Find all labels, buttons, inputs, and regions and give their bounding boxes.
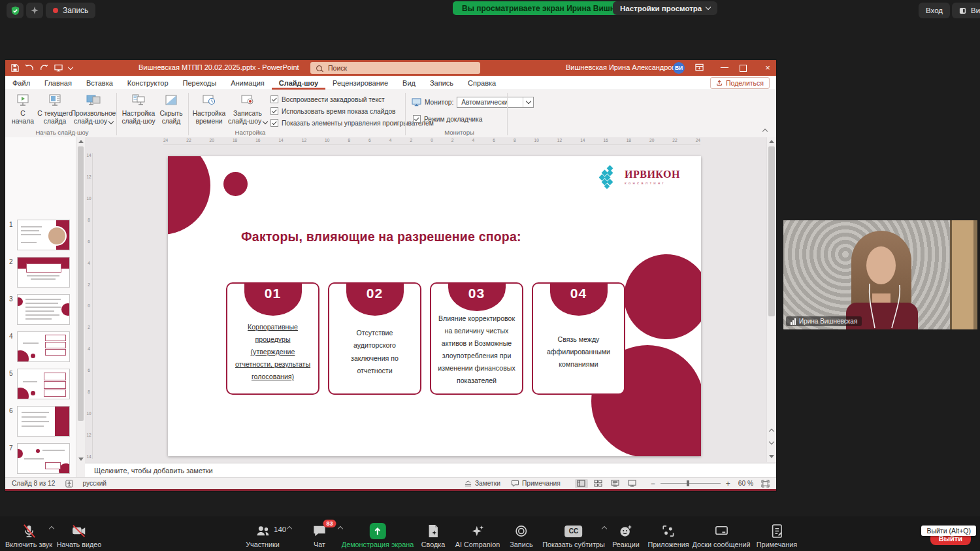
scroll-up-arrow[interactable] — [78, 140, 84, 143]
participants-button[interactable]: 140 Участники — [246, 523, 280, 548]
slide-thumbnail-6[interactable] — [17, 406, 70, 437]
checkbox-checked-icon[interactable] — [270, 107, 278, 115]
canvas-scrollbar[interactable] — [766, 137, 776, 462]
minimize-button[interactable]: — — [715, 63, 734, 72]
zoom-slider-thumb[interactable] — [687, 480, 689, 486]
setup-slideshow-button[interactable]: Настройка слайд-шоу — [120, 93, 157, 125]
next-slide-button[interactable] — [770, 435, 774, 446]
annotations-button[interactable]: Примечания — [757, 523, 797, 548]
timings-checkbox-row[interactable]: Использовать время показа слайдов — [270, 107, 396, 115]
view-settings-button[interactable]: Настройки просмотра — [613, 1, 717, 15]
zoom-in-button[interactable]: + — [726, 479, 730, 488]
summary-button[interactable]: Сводка — [421, 523, 445, 548]
login-button[interactable]: Вход — [919, 3, 950, 18]
slide-editing-area[interactable]: ИРВИКОН консалтинг Факторы, влияющие на … — [168, 156, 701, 456]
tab-transitions[interactable]: Переходы — [176, 77, 224, 90]
captions-chevron-icon[interactable] — [602, 522, 606, 533]
reactions-button[interactable]: Реакции — [612, 523, 640, 548]
zoom-level[interactable]: 60 % — [738, 480, 753, 487]
select-caret-icon[interactable] — [523, 97, 533, 107]
redo-icon[interactable] — [40, 64, 48, 72]
slide-thumbnail-1[interactable] — [17, 220, 70, 250]
zoom-out-button[interactable]: − — [651, 479, 655, 488]
ai-companion-button[interactable]: AI Companion — [455, 523, 500, 548]
security-shield-button[interactable] — [7, 3, 24, 18]
start-video-button[interactable]: Начать видео — [57, 523, 102, 548]
zoom-slider[interactable] — [661, 483, 721, 484]
search-box[interactable] — [310, 62, 480, 74]
checkbox-checked-icon[interactable] — [270, 119, 278, 127]
recording-indicator[interactable]: Запись — [46, 3, 95, 18]
slideshow-quick-icon[interactable] — [54, 64, 63, 72]
rehearse-timings-button[interactable]: Настройка времени — [191, 93, 227, 125]
slide-thumbnail-2[interactable] — [17, 257, 70, 288]
webcam-tile[interactable]: Ирина Вишневская — [783, 220, 977, 329]
view-mode-button[interactable]: Вид — [952, 3, 980, 18]
tab-animations[interactable]: Анимация — [223, 77, 272, 90]
save-icon[interactable] — [11, 64, 19, 72]
chat-button[interactable]: 83 Чат — [312, 523, 327, 548]
tab-slideshow[interactable]: Слайд-шоу — [272, 77, 325, 90]
thumbnail-scrollbar[interactable] — [76, 137, 85, 478]
account-name[interactable]: Вишневская Ирина Александровна — [566, 63, 684, 71]
slide-thumbnail-5[interactable] — [17, 369, 70, 399]
presenter-view-checkbox-row[interactable]: Режим докладчика — [413, 115, 482, 123]
whiteboards-button[interactable]: Доски сообщений — [692, 523, 750, 548]
checkbox-checked-icon[interactable] — [270, 95, 278, 103]
from-current-slide-button[interactable]: С текущего слайда — [37, 93, 73, 125]
scroll-up-arrow[interactable] — [769, 140, 774, 143]
scroll-down-arrow[interactable] — [78, 458, 84, 461]
tab-file[interactable]: Файл — [5, 77, 37, 90]
factor-card-4[interactable]: 04 Связь между аффилированными компаниям… — [532, 282, 625, 395]
ai-sparkle-button[interactable] — [26, 3, 43, 18]
factor-card-1[interactable]: 01 Корпоративные процедуры (утверждение … — [226, 282, 319, 395]
slide-counter[interactable]: Слайд 8 из 12 — [12, 480, 55, 487]
ribbon-display-options-icon[interactable] — [695, 63, 704, 71]
checkbox-checked-icon[interactable] — [413, 115, 421, 123]
undo-icon[interactable] — [25, 64, 34, 72]
slide-thumbnail-7[interactable] — [17, 443, 70, 474]
collapse-ribbon-icon[interactable] — [763, 127, 767, 135]
scroll-down-arrow[interactable] — [769, 455, 774, 458]
tab-insert[interactable]: Вставка — [79, 77, 120, 90]
share-document-button[interactable]: Поделиться — [710, 77, 770, 89]
normal-view-button[interactable] — [575, 479, 588, 488]
language-indicator[interactable]: русский — [82, 480, 106, 487]
apps-button[interactable]: Приложения — [647, 523, 689, 548]
accessibility-icon[interactable] — [65, 480, 73, 488]
factor-card-2[interactable]: 02 Отсутствие аудиторского заключения по… — [328, 282, 421, 395]
slide-title[interactable]: Факторы, влияющие на разрешение спора: — [241, 229, 521, 244]
tab-design[interactable]: Конструктор — [120, 77, 176, 90]
notes-toggle[interactable]: Заметки — [464, 480, 500, 487]
tab-home[interactable]: Главная — [37, 77, 79, 90]
close-button[interactable]: × — [758, 63, 777, 73]
monitor-select[interactable]: Автоматически — [457, 97, 534, 108]
tab-help[interactable]: Справка — [461, 77, 503, 90]
factor-card-3[interactable]: 03 Влияние корректировок на величину чис… — [430, 282, 523, 395]
search-input[interactable] — [327, 63, 474, 73]
hide-slide-button[interactable]: Скрыть слайд — [157, 93, 186, 125]
unmute-button[interactable]: Включить звук — [5, 523, 52, 548]
captions-button[interactable]: CC Показать субтитры — [542, 523, 605, 548]
slide-sorter-view-button[interactable] — [592, 479, 605, 488]
slideshow-view-button[interactable] — [626, 479, 639, 488]
tab-review[interactable]: Рецензирование — [325, 77, 395, 90]
slide-thumbnail-3[interactable] — [17, 294, 70, 325]
narration-checkbox-row[interactable]: Воспроизвести закадровый текст — [270, 95, 385, 103]
scrollbar-thumb[interactable] — [78, 146, 84, 421]
comments-toggle[interactable]: Примечания — [511, 480, 561, 487]
fit-slide-icon[interactable] — [761, 480, 770, 488]
qat-customize-chevron-icon[interactable] — [68, 64, 73, 69]
audio-options-chevron-icon[interactable] — [50, 522, 54, 533]
media-controls-checkbox-row[interactable]: Показать элементы управления проигрывате… — [270, 119, 434, 127]
tab-view[interactable]: Вид — [395, 77, 423, 90]
participants-chevron-icon[interactable] — [287, 522, 291, 533]
reading-view-button[interactable] — [609, 479, 622, 488]
maximize-button[interactable] — [740, 65, 747, 72]
avatar[interactable]: ВИ — [673, 62, 685, 74]
slide-thumbnail-4[interactable] — [17, 331, 70, 362]
from-beginning-button[interactable]: С начала — [9, 93, 37, 125]
notes-pane[interactable]: Щелкните, чтобы добавить заметки — [85, 463, 776, 478]
scrollbar-thumb[interactable] — [768, 146, 775, 316]
record-slideshow-button[interactable]: Записать слайд-шоу — [227, 93, 268, 125]
